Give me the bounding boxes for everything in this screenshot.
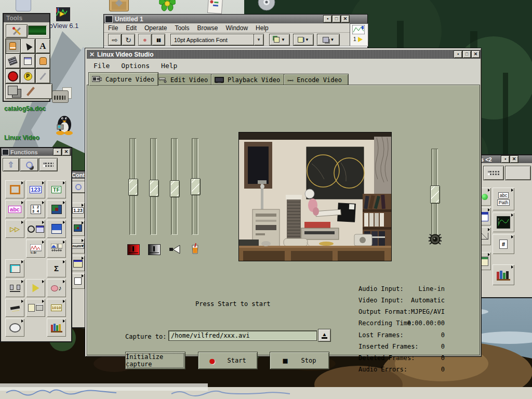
align-objects-button[interactable]: ▼ <box>269 34 290 46</box>
lvs-titlebar[interactable]: ✕ Linux Video Studio ▪ □ ✕ <box>87 50 481 59</box>
right-palette-minimize-button[interactable]: ▪ <box>501 155 510 163</box>
comparison-tile[interactable]: ▷▷ <box>5 220 24 238</box>
right-palette-extra-button[interactable] <box>505 166 531 180</box>
functions-minimize-button[interactable]: ▪ <box>53 148 62 156</box>
controls-search-button[interactable] <box>71 181 86 193</box>
string-tile[interactable]: abc <box>5 200 24 218</box>
controls-titlebar[interactable]: Cont <box>70 171 86 179</box>
boolean-tile[interactable]: TF <box>47 180 66 198</box>
math-tile[interactable]: Σ <box>47 259 66 277</box>
distribute-objects-button[interactable]: ▼ <box>293 34 314 46</box>
right-palette-options-button[interactable] <box>483 166 504 180</box>
tab-playback-video[interactable]: Playback Video <box>211 74 287 86</box>
menu-browse[interactable]: Browse <box>197 24 218 32</box>
menu-operate[interactable]: Operate <box>144 24 167 32</box>
catalog-doc-label[interactable]: catalog5a.doc <box>4 105 46 112</box>
abort-button[interactable]: ● <box>138 34 152 46</box>
array-tile[interactable]: 1234 <box>26 200 45 218</box>
right-graph-tile[interactable]: 21 <box>493 212 514 232</box>
font-selector-dropdown[interactable]: ▼ <box>254 34 264 46</box>
comm-tile[interactable] <box>5 279 24 297</box>
right-path-tile[interactable]: abc Path <box>493 188 514 210</box>
right-library-tile[interactable] <box>493 264 514 285</box>
numeric-tile[interactable]: 123 <box>26 180 45 198</box>
binary-tile[interactable]: 1010 <box>47 299 66 317</box>
saturation-slider-handle[interactable] <box>191 178 201 195</box>
tab-capture-video[interactable]: Capture Video <box>88 72 158 86</box>
brightness-slider-handle[interactable] <box>149 180 159 197</box>
tab-edit-video[interactable]: Edit Video <box>155 74 215 86</box>
controls-array-tile[interactable] <box>71 220 85 236</box>
comment-tile[interactable] <box>5 318 24 337</box>
tool-set-color[interactable] <box>5 84 52 99</box>
font-selector[interactable]: 10pt Application Font <box>170 34 258 46</box>
lvs-maximize-button[interactable]: □ <box>462 50 471 58</box>
tool-breakpoint[interactable] <box>5 69 20 84</box>
lvs-minimize-button[interactable]: ▪ <box>454 50 462 58</box>
untitled-maximize-button[interactable]: □ <box>332 15 341 23</box>
library-tile[interactable] <box>47 318 66 337</box>
functions-options-button[interactable] <box>39 158 58 171</box>
controls-ring-tile[interactable]: num▾ <box>71 238 85 254</box>
browse-eject-button[interactable]: ▲ <box>318 329 331 342</box>
tool-color-picker[interactable] <box>35 69 50 84</box>
start-button[interactable]: ● Start <box>198 352 258 369</box>
tux-penguin-icon[interactable] <box>51 112 78 135</box>
menu-help[interactable]: Help <box>256 24 269 32</box>
linux-video-label[interactable]: Linux Video <box>4 134 39 141</box>
functions-close-button[interactable]: ✕ <box>62 148 71 156</box>
report-tile[interactable] <box>26 299 45 317</box>
stop-button[interactable]: ■ Stop <box>270 352 329 369</box>
lvs-menu-options[interactable]: Options <box>121 62 150 70</box>
cd-icon[interactable] <box>256 0 277 12</box>
structures-tile[interactable] <box>5 180 24 198</box>
waveform-tile[interactable]: t₀ Δt <box>26 240 45 258</box>
folder-icon[interactable] <box>109 0 129 11</box>
lvs-menu-help[interactable]: Help <box>161 62 177 70</box>
vi-icon-pane[interactable]: 1 <box>350 23 368 47</box>
right-palette-titlebar[interactable]: s <2 ▪ ✕ <box>479 155 532 163</box>
document-icon[interactable] <box>207 0 223 14</box>
contrast-slider-handle[interactable] <box>170 180 180 197</box>
run-button[interactable]: ⇨ <box>108 34 122 46</box>
flower-icon[interactable] <box>159 0 176 11</box>
tool-position[interactable] <box>20 38 35 54</box>
functions-up-button[interactable]: ⇧ <box>3 158 19 171</box>
lvs-close-button[interactable]: ✕ <box>471 50 480 58</box>
lvs-menu-file[interactable]: File <box>94 62 110 70</box>
pause-button[interactable]: ▮▮ <box>152 34 165 46</box>
app-control-tile[interactable] <box>5 299 24 317</box>
corner-tile-icon[interactable] <box>16 0 31 11</box>
functions-titlebar[interactable]: Functions ▪ ✕ <box>1 148 71 156</box>
untitled-close-button[interactable]: ✕ <box>341 15 350 23</box>
hue-slider-handle[interactable] <box>128 179 138 196</box>
sound-tile[interactable]: ♪ <box>47 279 66 297</box>
tool-text[interactable]: A <box>35 38 50 54</box>
instrument-tile[interactable] <box>5 259 24 277</box>
tool-menu[interactable] <box>20 54 35 69</box>
tool-operate[interactable] <box>5 38 20 54</box>
controls-deco-tile[interactable] <box>71 273 85 289</box>
run-continuous-button[interactable]: ↻ <box>122 34 135 46</box>
menu-window[interactable]: Window <box>225 24 248 32</box>
cluster-tile[interactable] <box>47 200 66 218</box>
menu-tools[interactable]: Tools <box>175 24 189 32</box>
typewriter-icon[interactable] <box>52 87 72 104</box>
time-dialog-tile[interactable] <box>26 220 45 238</box>
controls-dialog-tile[interactable] <box>71 256 85 271</box>
menu-edit[interactable]: Edit <box>126 24 137 32</box>
labview-app-icon[interactable] <box>55 6 71 22</box>
arith-plate-tile[interactable] <box>26 279 45 297</box>
untitled-minimize-button[interactable]: ▪ <box>323 15 332 23</box>
capture-path-input[interactable] <box>168 330 317 341</box>
tab-encode-video[interactable]: ⇦⇨ Encode Video <box>284 74 349 86</box>
untitled-titlebar[interactable]: Untitled 1 ▪ □ ✕ <box>104 15 367 23</box>
right-palette-close-button[interactable]: ✕ <box>510 155 518 163</box>
menu-file[interactable]: File <box>108 24 118 32</box>
tools-wrench-button[interactable] <box>6 24 28 38</box>
right-number-tile[interactable]: # <box>493 234 514 254</box>
tool-wire[interactable] <box>5 54 20 69</box>
analysis-tile[interactable] <box>47 240 66 258</box>
functions-search-button[interactable] <box>20 158 38 171</box>
tool-probe[interactable]: P <box>20 69 35 84</box>
